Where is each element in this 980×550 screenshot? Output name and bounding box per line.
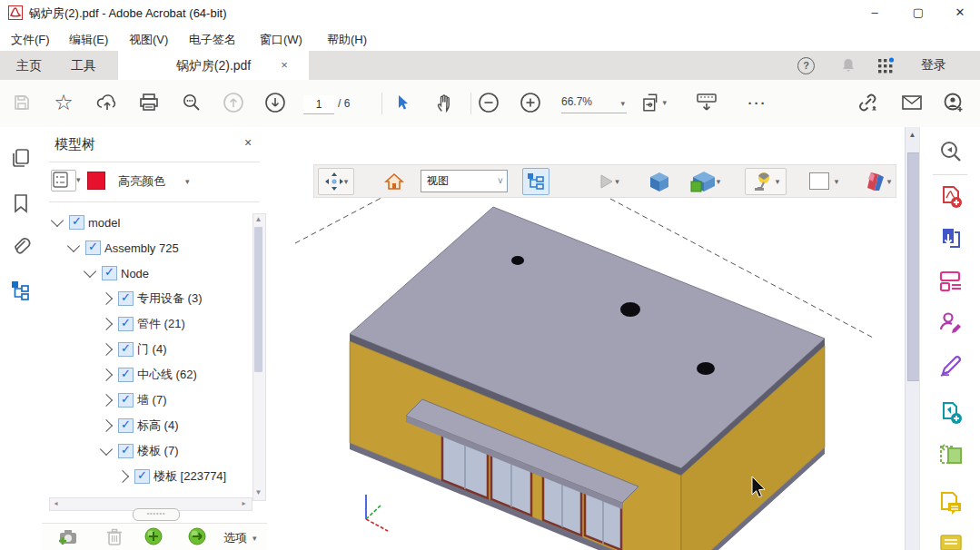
expander-expand-icon[interactable] bbox=[100, 318, 113, 330]
menu-window[interactable]: 窗口(W) bbox=[256, 30, 306, 50]
app-grid-icon[interactable] bbox=[877, 57, 896, 74]
view-select-dropdown[interactable]: 视图 ˅ bbox=[421, 170, 508, 192]
document-vertical-scrollbar[interactable]: ▲ bbox=[905, 127, 920, 550]
export-pdf-tool-icon[interactable] bbox=[939, 227, 963, 250]
checkbox-checked-icon[interactable]: ✓ bbox=[118, 418, 134, 433]
menu-esign[interactable]: 电子签名 bbox=[185, 30, 240, 50]
model-tree-toggle-button[interactable] bbox=[522, 168, 550, 195]
read-mode-button[interactable] bbox=[694, 90, 719, 115]
tree-scrollbar-thumb[interactable] bbox=[254, 227, 262, 372]
checkbox-checked-icon[interactable]: ✓ bbox=[102, 266, 117, 280]
expander-collapse-icon[interactable] bbox=[51, 214, 64, 227]
expander-collapse-icon[interactable] bbox=[100, 443, 113, 456]
menu-view[interactable]: 视图(V) bbox=[125, 30, 172, 50]
scroll-down-icon[interactable]: ▼ bbox=[253, 488, 263, 498]
attachments-icon[interactable] bbox=[10, 236, 32, 258]
menu-help[interactable]: 帮助(H) bbox=[323, 30, 371, 50]
page-number-input[interactable] bbox=[303, 95, 334, 114]
request-signature-button[interactable] bbox=[941, 90, 966, 115]
hand-tool-button[interactable] bbox=[432, 90, 458, 115]
print-button[interactable] bbox=[136, 90, 162, 115]
tab-home[interactable]: 主页 bbox=[5, 51, 53, 80]
create-pdf-tool-icon[interactable] bbox=[939, 185, 963, 209]
background-color-button[interactable]: ▾ bbox=[805, 169, 843, 194]
cross-section-button[interactable]: ▾ bbox=[859, 169, 896, 194]
fit-width-button[interactable]: ▾ bbox=[641, 90, 667, 115]
expander-expand-icon[interactable] bbox=[116, 470, 129, 483]
render-mode-button[interactable] bbox=[646, 169, 672, 194]
request-esign-tool-icon[interactable] bbox=[939, 310, 963, 334]
tree-view-mode-button[interactable]: ▾ bbox=[51, 170, 76, 192]
delete-view-trash-icon[interactable] bbox=[105, 527, 124, 547]
play-animation-button[interactable]: ▾ bbox=[589, 169, 626, 194]
create-view-camera-icon[interactable] bbox=[56, 527, 80, 547]
search-tools-icon[interactable] bbox=[939, 140, 963, 163]
share-cloud-button[interactable] bbox=[94, 90, 120, 115]
search-button[interactable] bbox=[179, 90, 204, 115]
scroll-left-icon[interactable]: ◂ bbox=[51, 499, 61, 509]
zoom-in-button[interactable] bbox=[518, 90, 543, 115]
highlight-color-label[interactable]: 高亮颜色 bbox=[118, 173, 165, 190]
checkbox-checked-icon[interactable]: ✓ bbox=[118, 393, 134, 408]
expander-collapse-icon[interactable] bbox=[67, 240, 80, 252]
expander-expand-icon[interactable] bbox=[100, 343, 113, 356]
select-tool-button[interactable] bbox=[391, 90, 416, 115]
scroll-up-icon[interactable]: ▲ bbox=[907, 131, 917, 141]
more-tools-button[interactable]: ··· bbox=[745, 90, 770, 115]
zoom-out-button[interactable] bbox=[476, 90, 501, 115]
checkbox-checked-icon[interactable]: ✓ bbox=[118, 444, 134, 458]
checkbox-checked-icon[interactable]: ✓ bbox=[69, 215, 84, 230]
checkbox-checked-icon[interactable]: ✓ bbox=[118, 291, 134, 306]
expander-expand-icon[interactable] bbox=[100, 292, 113, 305]
options-caret-icon[interactable]: ▾ bbox=[252, 534, 257, 543]
menu-edit[interactable]: 编辑(E) bbox=[65, 30, 112, 50]
tree-row[interactable]: ✓model bbox=[42, 211, 262, 234]
scroll-right-icon[interactable]: ▸ bbox=[239, 499, 249, 509]
organize-pages-tool-icon[interactable] bbox=[939, 443, 963, 467]
more-tools-partial-icon[interactable] bbox=[939, 534, 963, 550]
combine-files-tool-icon[interactable] bbox=[939, 401, 963, 425]
checkbox-checked-icon[interactable]: ✓ bbox=[118, 342, 134, 357]
favorite-star-button[interactable]: ☆ bbox=[51, 90, 76, 115]
checkbox-checked-icon[interactable]: ✓ bbox=[85, 241, 101, 255]
previous-view-icon[interactable] bbox=[144, 526, 163, 546]
expander-expand-icon[interactable] bbox=[100, 419, 113, 432]
fill-sign-tool-icon[interactable] bbox=[939, 354, 963, 378]
tree-row[interactable]: ✓Assembly 725 bbox=[42, 236, 278, 260]
bookmarks-icon[interactable] bbox=[10, 192, 32, 214]
zoom-level-dropdown[interactable]: 66.7% ▾ bbox=[561, 95, 627, 113]
panel-close-icon[interactable]: × bbox=[240, 134, 256, 151]
default-view-home-button[interactable] bbox=[381, 169, 406, 194]
minimize-button[interactable]: – bbox=[859, 4, 890, 22]
next-view-icon[interactable] bbox=[187, 526, 207, 546]
panel-resize-handle[interactable]: •••••• bbox=[133, 508, 180, 521]
email-button[interactable] bbox=[899, 90, 925, 115]
page-thumbnails-icon[interactable] bbox=[10, 147, 32, 169]
expander-expand-icon[interactable] bbox=[100, 394, 113, 407]
scroll-up-icon[interactable]: ▲ bbox=[253, 215, 263, 225]
maximize-button[interactable]: ▢ bbox=[903, 4, 934, 22]
checkbox-checked-icon[interactable]: ✓ bbox=[118, 317, 134, 331]
tab-tools[interactable]: 工具 bbox=[60, 51, 107, 80]
document-viewport[interactable]: ▾ 视图 ˅ ▾ ▾ ▾ ▾ bbox=[268, 127, 905, 550]
tree-vertical-scrollbar[interactable]: ▲ ▼ bbox=[252, 213, 266, 501]
share-link-button[interactable] bbox=[856, 90, 881, 115]
model-tree-icon[interactable] bbox=[10, 280, 32, 301]
lighting-button[interactable]: ▾ bbox=[745, 168, 787, 195]
menu-file[interactable]: 文件(F) bbox=[7, 30, 54, 50]
model-render-options-button[interactable]: ▾ bbox=[685, 169, 725, 194]
expander-collapse-icon[interactable] bbox=[84, 265, 96, 278]
edit-pdf-tool-icon[interactable] bbox=[939, 269, 963, 292]
document-scrollbar-thumb[interactable] bbox=[907, 152, 920, 381]
save-button[interactable] bbox=[9, 90, 35, 115]
notifications-bell-icon[interactable] bbox=[840, 57, 856, 74]
checkbox-checked-icon[interactable]: ✓ bbox=[118, 368, 134, 382]
previous-page-button[interactable] bbox=[221, 90, 246, 115]
comment-tool-icon[interactable] bbox=[939, 492, 963, 516]
next-page-button[interactable] bbox=[262, 90, 288, 115]
help-icon[interactable]: ? bbox=[797, 57, 815, 74]
highlight-color-caret-icon[interactable]: ▾ bbox=[185, 177, 190, 186]
options-dropdown[interactable]: 选项 bbox=[223, 530, 247, 546]
highlight-color-swatch[interactable] bbox=[87, 172, 105, 190]
expander-expand-icon[interactable] bbox=[100, 368, 113, 381]
